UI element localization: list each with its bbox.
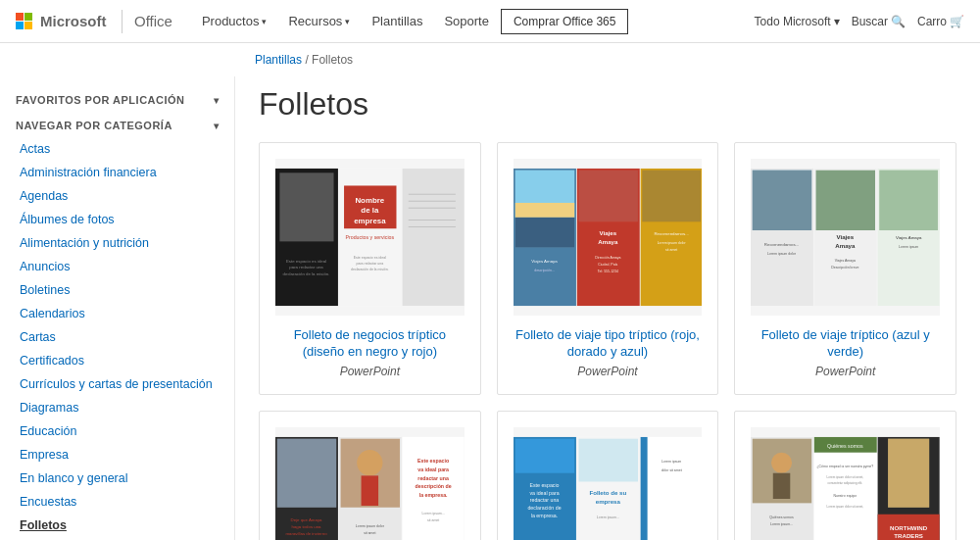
sidebar-item-calendarios[interactable]: Calendarios [16, 302, 219, 325]
svg-text:descripción de: descripción de [416, 483, 452, 489]
svg-rect-91 [640, 437, 702, 540]
sidebar-item-actas[interactable]: Actas [16, 137, 219, 161]
sidebar-item-educacion[interactable]: Educación [16, 419, 219, 443]
logo-area: Microsoft [16, 13, 98, 30]
svg-text:sit amet: sit amet [665, 248, 677, 252]
svg-text:¿Cómo empezó a ser nuestra pym: ¿Cómo empezó a ser nuestra pyme? [817, 464, 874, 467]
svg-point-67 [357, 450, 382, 475]
sidebar-item-curriculos[interactable]: Currículos y cartas de presentación [16, 372, 219, 396]
sidebar-item-empresa[interactable]: Empresa [16, 443, 219, 466]
svg-text:Lorem ipsum: Lorem ipsum [899, 245, 918, 249]
sidebar-item-cartas[interactable]: Cartas [16, 325, 219, 349]
carro-link[interactable]: Carro 🛒 [917, 15, 964, 28]
svg-text:Este espacio es ideal: Este espacio es ideal [286, 259, 326, 264]
svg-rect-98 [773, 473, 791, 499]
svg-text:Recomendamos...: Recomendamos... [654, 231, 688, 236]
svg-text:Dirección Amaya: Dirección Amaya [595, 256, 620, 260]
logo-squares [16, 13, 32, 30]
sidebar-item-boletines[interactable]: Boletines [16, 278, 219, 302]
svg-text:empresa: empresa [595, 498, 620, 505]
nav-productos[interactable]: Productos [192, 10, 277, 32]
microsoft-logo[interactable]: Microsoft [16, 13, 98, 30]
buscar-link[interactable]: Buscar 🔍 [852, 15, 906, 28]
sidebar-item-anuncios[interactable]: Anuncios [16, 255, 219, 278]
logo-yellow-square [24, 22, 32, 29]
carro-text: Carro [917, 15, 947, 28]
nav-plantillas[interactable]: Plantillas [362, 10, 432, 32]
template-thumb-5: Este espacio va ideal para redactar una … [514, 427, 703, 540]
sidebar-item-certificados[interactable]: Certificados [16, 349, 219, 372]
template-card-6[interactable]: Quiénes somos Lorem ipsum... Quiénes som… [734, 411, 956, 540]
categories-label: NAVEGAR POR CATEGORÍA [16, 120, 172, 131]
sidebar: FAVORITOS POR APLICACIÓN ▾ NAVEGAR POR C… [0, 76, 235, 540]
sidebar-item-administracion[interactable]: Administración financiera [16, 161, 219, 184]
svg-text:Lorem ipsum...: Lorem ipsum... [770, 522, 793, 526]
svg-text:Descripción breve: Descripción breve [832, 266, 859, 270]
cta-button[interactable]: Comprar Office 365 [501, 9, 629, 34]
template-app-2: PowerPoint [514, 365, 703, 378]
template-thumb-3: Recomendamos... Lorem ipsum dolor Viajes… [751, 159, 940, 316]
main-content: Folletos Este espacio es ideal para reda… [235, 76, 980, 540]
template-card-2[interactable]: Viajes Amaya descripción... Viajes Amaya… [497, 142, 719, 395]
svg-text:Este espacio: Este espacio [417, 458, 449, 464]
sidebar-item-blanco[interactable]: En blanco y general [16, 466, 219, 490]
svg-text:Nombre: Nombre [355, 196, 384, 205]
svg-text:redactar una: redactar una [417, 475, 449, 481]
svg-text:la empresa.: la empresa. [530, 513, 557, 518]
template-card-4[interactable]: Deje que Amaya haga todos una maravillas… [259, 411, 481, 540]
todo-microsoft-link[interactable]: Todo Microsoft ▾ [755, 15, 840, 28]
svg-text:Productos y servicios: Productos y servicios [346, 234, 395, 240]
nav-items: Productos Recursos Plantillas Soporte Co… [192, 9, 755, 34]
sidebar-item-albumes[interactable]: Álbumes de fotos [16, 208, 219, 231]
svg-text:Quiénes somos: Quiénes somos [827, 443, 863, 449]
svg-text:consectetur adipiscing elit.: consectetur adipiscing elit. [828, 481, 863, 485]
template-card-5[interactable]: Este espacio va ideal para redactar una … [497, 411, 719, 540]
nav-soporte[interactable]: Soporte [434, 10, 499, 32]
nav-recursos[interactable]: Recursos [278, 10, 360, 32]
template-card-3[interactable]: Recomendamos... Lorem ipsum dolor Viajes… [734, 142, 956, 395]
logo-red-square [16, 13, 24, 21]
svg-text:Viajes Amaya: Viajes Amaya [531, 259, 558, 264]
svg-rect-55 [880, 171, 939, 230]
svg-text:para redactar una: para redactar una [357, 262, 384, 266]
svg-text:Lorem ipsum dolor: Lorem ipsum dolor [767, 252, 797, 256]
svg-text:empresa: empresa [354, 217, 386, 225]
svg-text:Folleto de su: Folleto de su [589, 489, 626, 496]
categories-section-title[interactable]: NAVEGAR POR CATEGORÍA ▾ [16, 112, 219, 137]
logo-blue-square [16, 22, 24, 29]
favorites-chevron: ▾ [214, 95, 220, 106]
sidebar-item-diagramas[interactable]: Diagramas [16, 396, 219, 419]
template-thumb-2: Viajes Amaya descripción... Viajes Amaya… [514, 159, 703, 316]
template-name-3: Folleto de viaje tríptico (azul y verde) [751, 327, 940, 361]
svg-text:Viajes Amaya: Viajes Amaya [896, 235, 922, 240]
sidebar-item-agendas[interactable]: Agendas [16, 184, 219, 208]
template-card-1[interactable]: Este espacio es ideal para redactar una … [259, 142, 481, 395]
template-thumb-1: Este espacio es ideal para redactar una … [275, 159, 465, 316]
favorites-section-title[interactable]: FAVORITOS POR APLICACIÓN ▾ [16, 86, 219, 112]
template-grid: Este espacio es ideal para redactar una … [259, 142, 956, 540]
svg-text:Nuestro equipo: Nuestro equipo [834, 494, 858, 498]
svg-text:declaración de la misión.: declaración de la misión. [351, 268, 389, 271]
svg-rect-24 [514, 203, 573, 218]
svg-text:Viajes: Viajes [837, 233, 855, 240]
svg-rect-30 [578, 171, 637, 222]
svg-rect-92 [640, 437, 647, 540]
svg-text:Viajes: Viajes [599, 229, 616, 236]
svg-text:Lorem ipsum: Lorem ipsum [662, 460, 681, 464]
template-name-2: Folleto de viaje tipo tríptico (rojo, do… [514, 327, 703, 361]
breadcrumb-plantillas[interactable]: Plantillas [255, 53, 302, 67]
sidebar-nav-list: Actas Administración financiera Agendas … [16, 137, 219, 537]
svg-text:sit amet: sit amet [427, 518, 439, 522]
sidebar-item-encuestas[interactable]: Encuestas [16, 490, 219, 514]
svg-text:sit amet: sit amet [364, 531, 375, 535]
svg-rect-44 [753, 171, 811, 230]
search-icon: 🔍 [891, 15, 906, 28]
svg-text:la empresa.: la empresa. [419, 492, 448, 498]
sidebar-item-alimentacion[interactable]: Alimentación y nutrición [16, 231, 219, 255]
sidebar-item-folletos[interactable]: Folletos [16, 514, 219, 537]
page-title: Folletos [259, 86, 956, 123]
svg-rect-48 [816, 171, 875, 230]
svg-rect-38 [642, 171, 701, 222]
svg-text:Ciudad, País: Ciudad, País [598, 263, 617, 267]
office-label[interactable]: Office [134, 13, 172, 29]
